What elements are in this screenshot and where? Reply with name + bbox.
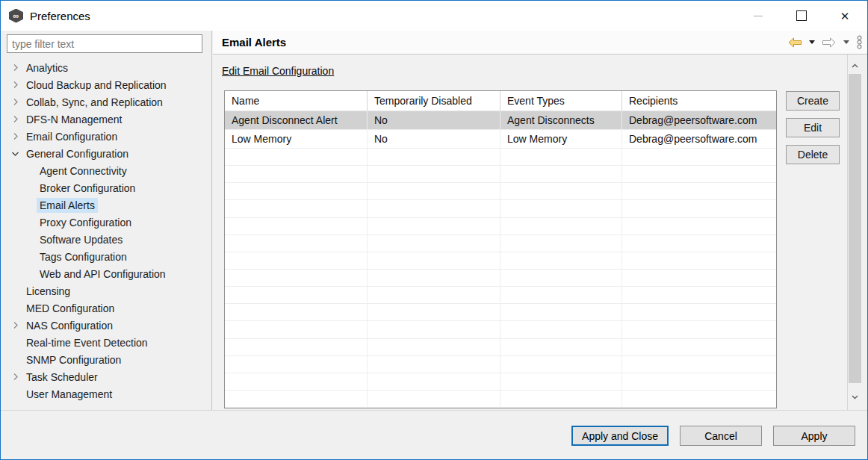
table-cell bbox=[622, 200, 776, 217]
filter-input[interactable] bbox=[7, 34, 202, 53]
table-cell bbox=[500, 339, 622, 355]
preferences-window: ∞ Preferences ✕ AnalyticsCloud Backup an… bbox=[0, 0, 868, 460]
chevron-down-icon[interactable] bbox=[11, 149, 23, 158]
tree-item-agent-connectivity[interactable]: Agent Connectivity bbox=[1, 162, 211, 179]
tree-item-general-configuration[interactable]: General Configuration bbox=[1, 145, 211, 162]
chevron-right-icon[interactable] bbox=[11, 321, 23, 329]
view-menu-button[interactable] bbox=[855, 34, 864, 52]
tree-item-web-and-api-configuration[interactable]: Web and API Configuration bbox=[1, 265, 211, 282]
tree-item-label: Broker Configuration bbox=[37, 181, 138, 196]
chevron-right-icon[interactable] bbox=[11, 132, 23, 140]
tree-item-email-configuration[interactable]: Email Configuration bbox=[1, 128, 211, 145]
table-cell bbox=[368, 252, 500, 269]
table-cell bbox=[500, 321, 622, 338]
window-controls: ✕ bbox=[737, 1, 867, 31]
close-icon: ✕ bbox=[840, 10, 850, 22]
scroll-down-button[interactable] bbox=[849, 391, 861, 404]
tree-item-label: Licensing bbox=[23, 284, 73, 299]
chevron-right-icon[interactable] bbox=[11, 115, 23, 123]
cancel-button[interactable]: Cancel bbox=[680, 426, 762, 446]
tree-item-label: Cloud Backup and Replication bbox=[23, 78, 170, 93]
maximize-button[interactable] bbox=[780, 1, 823, 31]
tree-item-label: Task Scheduler bbox=[23, 370, 101, 385]
table-cell bbox=[225, 218, 368, 234]
scrollbar-track[interactable] bbox=[849, 72, 861, 391]
delete-button[interactable]: Delete bbox=[786, 145, 840, 164]
table-cell bbox=[622, 252, 776, 269]
table-empty-row bbox=[225, 304, 776, 321]
tree-item-licensing[interactable]: Licensing bbox=[1, 282, 211, 299]
tree-item-user-management[interactable]: User Management bbox=[1, 385, 211, 402]
titlebar[interactable]: ∞ Preferences ✕ bbox=[1, 1, 867, 31]
table-row[interactable]: Low MemoryNoLow MemoryDebrag@peersoftwar… bbox=[225, 130, 776, 149]
forward-button[interactable] bbox=[821, 34, 837, 52]
tree-item-analytics[interactable]: Analytics bbox=[1, 59, 211, 76]
scrollbar-thumb[interactable] bbox=[849, 74, 861, 383]
table-empty-row bbox=[225, 252, 776, 270]
table-cell bbox=[622, 183, 776, 199]
table-cell bbox=[368, 235, 500, 252]
chevron-right-icon[interactable] bbox=[11, 63, 23, 72]
tree-indent-spacer bbox=[11, 390, 23, 398]
back-icon bbox=[787, 37, 802, 48]
tree-item-software-updates[interactable]: Software Updates bbox=[1, 231, 211, 248]
tree-item-label: User Management bbox=[23, 387, 115, 402]
minimize-button[interactable] bbox=[737, 1, 780, 31]
tree-item-med-configuration[interactable]: MED Configuration bbox=[1, 299, 211, 317]
table-cell bbox=[622, 321, 776, 338]
table-cell bbox=[500, 235, 622, 252]
footer-bar: Apply and CloseCancelApply bbox=[1, 410, 867, 459]
column-header-name[interactable]: Name bbox=[225, 91, 368, 111]
table-empty-row bbox=[225, 356, 776, 373]
forward-history-caret[interactable] bbox=[843, 34, 850, 52]
view-menu-dots-icon bbox=[856, 35, 863, 49]
table-cell bbox=[368, 166, 500, 182]
vertical-scrollbar[interactable] bbox=[849, 59, 861, 404]
tree-indent-spacer bbox=[11, 304, 23, 312]
chevron-right-icon[interactable] bbox=[11, 98, 23, 106]
table-empty-row bbox=[225, 270, 776, 287]
tree-item-email-alerts[interactable]: Email Alerts bbox=[1, 196, 211, 214]
tree-item-task-scheduler[interactable]: Task Scheduler bbox=[1, 368, 211, 385]
tree-item-tags-configuration[interactable]: Tags Configuration bbox=[1, 248, 211, 265]
column-header-event-types[interactable]: Event Types bbox=[500, 91, 622, 111]
table-row[interactable]: Agent Disconnect AlertNoAgent Disconnect… bbox=[225, 111, 776, 130]
email-alerts-table: NameTemporarily DisabledEvent TypesRecip… bbox=[224, 90, 777, 408]
tree-item-real-time-event-detection[interactable]: Real-time Event Detection bbox=[1, 334, 211, 351]
table-cell: Low Memory bbox=[500, 130, 622, 148]
apply-button[interactable]: Apply bbox=[773, 426, 855, 446]
tree-item-label: Email Alerts bbox=[37, 198, 98, 213]
edit-email-configuration-link[interactable]: Edit Email Configuration bbox=[222, 65, 334, 77]
tree-indent-spacer bbox=[25, 201, 37, 209]
column-header-temporarily-disabled[interactable]: Temporarily Disabled bbox=[368, 91, 500, 111]
tree-item-dfs-n-management[interactable]: DFS-N Management bbox=[1, 111, 211, 128]
table-cell bbox=[622, 356, 776, 373]
tree-item-nas-configuration[interactable]: NAS Configuration bbox=[1, 317, 211, 334]
back-history-caret[interactable] bbox=[808, 34, 816, 52]
tree-item-proxy-configuration[interactable]: Proxy Configuration bbox=[1, 214, 211, 231]
table-cell bbox=[622, 391, 776, 407]
scroll-up-button[interactable] bbox=[849, 59, 861, 72]
tree-item-cloud-backup-and-replication[interactable]: Cloud Backup and Replication bbox=[1, 76, 211, 93]
chevron-right-icon[interactable] bbox=[11, 373, 23, 381]
tree-item-collab-sync-and-replication[interactable]: Collab, Sync, and Replication bbox=[1, 93, 211, 111]
create-button[interactable]: Create bbox=[786, 91, 840, 111]
table-cell: No bbox=[368, 111, 500, 129]
back-button[interactable] bbox=[787, 34, 803, 52]
table-cell bbox=[368, 287, 500, 303]
tree-item-label: DFS-N Management bbox=[23, 112, 125, 127]
tree-item-snmp-configuration[interactable]: SNMP Configuration bbox=[1, 351, 211, 368]
tree-item-broker-configuration[interactable]: Broker Configuration bbox=[1, 179, 211, 196]
table-cell bbox=[368, 270, 500, 286]
table-cell: Agent Disconnects bbox=[500, 111, 622, 129]
apply-and-close-button[interactable]: Apply and Close bbox=[571, 426, 669, 446]
table-cell: No bbox=[368, 130, 500, 148]
chevron-right-icon[interactable] bbox=[11, 81, 23, 89]
table-cell bbox=[500, 218, 622, 234]
table-cell bbox=[622, 235, 776, 252]
column-header-recipients[interactable]: Recipients bbox=[622, 91, 776, 111]
table-cell bbox=[622, 166, 776, 182]
table-empty-row bbox=[225, 391, 776, 408]
close-button[interactable]: ✕ bbox=[823, 1, 867, 31]
edit-button[interactable]: Edit bbox=[786, 118, 840, 137]
